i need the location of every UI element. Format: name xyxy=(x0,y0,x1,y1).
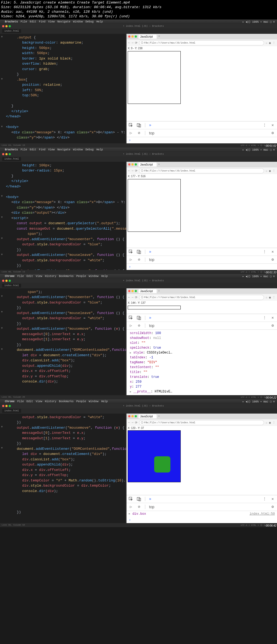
inspect-icon[interactable] xyxy=(129,250,133,254)
menu-icon[interactable]: ⋮ xyxy=(272,41,275,45)
window-title: • index.html (JS) — Brackets xyxy=(123,25,164,28)
svg-rect-7 xyxy=(137,316,140,319)
star-icon[interactable]: ☆ xyxy=(266,41,268,45)
editor-tabbar[interactable]: index.html xyxy=(0,28,277,34)
new-tab-button[interactable]: + xyxy=(158,35,160,38)
browser-window: JavaScript+ ←→⟳ⓘ File | file:///Users/ma… xyxy=(126,34,277,143)
code-editor[interactable]: span"); ▼ output.addEventListener("mouse… xyxy=(0,288,126,395)
reload-button[interactable]: ⟳ xyxy=(135,41,137,45)
device-icon[interactable] xyxy=(137,123,141,127)
output-div[interactable] xyxy=(128,51,181,104)
console-prompt[interactable]: › xyxy=(129,138,131,142)
console-object-props[interactable]: scrollWidth: 100 shadowRoot: null slot: … xyxy=(127,330,277,395)
element-tag[interactable]: div.box xyxy=(132,512,146,516)
coords-readout: X: 177 - Y: 516 xyxy=(127,174,277,178)
url-bar[interactable]: ⓘ File | file:///Users/mac/JS/index.html xyxy=(139,40,264,45)
code-editor[interactable]: ▼ .output { background-color: aquamarine… xyxy=(0,34,126,143)
close-devtools-icon[interactable]: ✕ xyxy=(271,123,275,127)
audio-line: Audio: aac, 44100 Hz, 2 channels, s16, 1… xyxy=(1,10,276,14)
menu-file[interactable]: File xyxy=(21,20,27,24)
user-icon[interactable]: ◉ xyxy=(269,41,271,45)
coords-readout: X: 120 - Y: 37 xyxy=(127,426,277,430)
video-line: Video: h264, yuv420p, 1280x720, 1172 kb/… xyxy=(1,14,276,19)
gear-icon[interactable]: ⚙ xyxy=(271,131,275,135)
more-icon[interactable]: ⋮ xyxy=(262,123,267,127)
output-div[interactable] xyxy=(128,179,181,232)
forward-button[interactable]: → xyxy=(132,41,134,44)
editor-tab[interactable]: index.html xyxy=(2,29,21,33)
clear-icon[interactable]: ⊘ xyxy=(137,131,141,135)
size-line: Size: 66231126 bytes (63.16 MiB), durati… xyxy=(1,5,276,10)
output-div[interactable] xyxy=(128,306,181,309)
status-left: Line 18, Column 19 xyxy=(2,144,25,147)
code-editor[interactable]: height: 100px; border-radius: 15px; } </… xyxy=(0,162,126,270)
menu-edit[interactable]: Edit xyxy=(30,20,36,24)
back-button[interactable]: ← xyxy=(128,41,130,44)
source-link[interactable]: index.html:50 xyxy=(249,512,275,516)
output-div[interactable] xyxy=(128,430,181,482)
screenshot-panel-3: ChromeFileEditViewHistoryBookmarksPeople… xyxy=(0,274,277,399)
inspect-icon[interactable] xyxy=(129,123,133,127)
svg-rect-10 xyxy=(137,497,140,500)
file-line: File: 5. JavaScript create elements Crea… xyxy=(1,1,276,5)
menu-view[interactable]: View xyxy=(48,20,55,24)
screenshot-panel-4: ChromeFileEditViewHistoryBookmarksPeople… xyxy=(0,399,277,527)
panel-overflow-icon[interactable]: » xyxy=(149,123,151,127)
box-div[interactable] xyxy=(154,456,170,473)
brackets-titlebar: • index.html (JS) — Brackets xyxy=(0,24,277,28)
menu-navigate[interactable]: Navigate xyxy=(57,20,70,24)
screenshot-panel-1: Brackets File Edit Find View Navigate Wi… xyxy=(0,19,277,147)
menu-help[interactable]: Help xyxy=(96,20,103,24)
menu-debug[interactable]: Debug xyxy=(85,20,94,24)
svg-rect-4 xyxy=(137,250,140,253)
devtools[interactable]: » ⋮ ✕ ▷ ⊘ top ⚙ › xyxy=(127,121,277,143)
css-selector-box: .box xyxy=(17,78,25,82)
svg-rect-1 xyxy=(137,124,140,127)
file-info-overlay: File: 5. JavaScript create elements Crea… xyxy=(0,0,277,19)
app-name[interactable]: Brackets xyxy=(5,20,18,24)
menu-window[interactable]: Window xyxy=(73,20,83,24)
menubar-right[interactable]: ▸ ◀)) 100% ▪ mac ▢ ≡ xyxy=(242,20,275,24)
mac-menubar[interactable]: Brackets File Edit Find View Navigate Wi… xyxy=(0,20,277,24)
play-icon[interactable]: ▷ xyxy=(129,131,133,135)
console-element-row[interactable]: ▶ div.box index.html:50 xyxy=(127,511,277,517)
context-selector[interactable]: top xyxy=(149,131,154,135)
menu-find[interactable]: Find xyxy=(39,20,45,24)
code-editor[interactable]: output.style.backgroundColor = "white"; … xyxy=(0,414,126,523)
coords-readout: X: 144 - Y: 137 xyxy=(127,301,277,305)
screenshot-panel-2: BracketsFileEditFindViewNavigateWindowDe… xyxy=(0,147,277,274)
traffic-lights[interactable] xyxy=(2,25,11,27)
css-selector: .output xyxy=(17,35,32,39)
browser-tab[interactable]: JavaScript xyxy=(138,35,157,39)
timestamp: 00:01:02 xyxy=(266,144,276,147)
coords-readout: X: 9 - Y: 238 xyxy=(127,46,277,50)
